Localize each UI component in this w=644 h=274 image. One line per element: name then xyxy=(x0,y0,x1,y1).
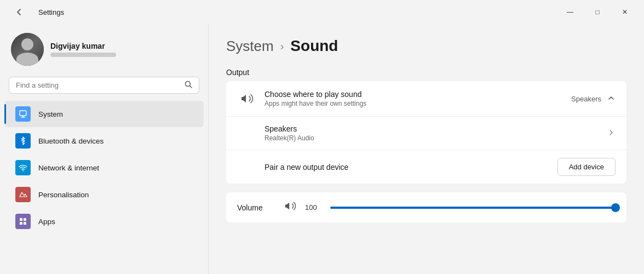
minimize-button[interactable]: — xyxy=(557,3,583,21)
chevron-up-icon xyxy=(607,94,616,104)
svg-rect-6 xyxy=(20,218,22,221)
avatar xyxy=(11,33,44,66)
svg-line-1 xyxy=(190,86,192,88)
window-controls: — □ ✕ xyxy=(557,3,637,21)
speakers-title: Speakers xyxy=(264,124,607,133)
volume-row: Volume 100 xyxy=(237,200,616,215)
sidebar-item-apps[interactable]: Apps xyxy=(4,208,204,235)
search-icon xyxy=(185,81,192,90)
svg-rect-9 xyxy=(24,222,26,225)
sidebar-item-personalisation[interactable]: Personalisation xyxy=(4,181,204,208)
content-area: System › Sound Output Choose where to pl… xyxy=(209,24,644,274)
system-icon xyxy=(15,106,31,122)
sidebar-item-network[interactable]: Network & internet xyxy=(4,155,204,181)
svg-rect-8 xyxy=(20,222,22,225)
pair-output-row: Pair a new output device Add device xyxy=(226,150,626,184)
network-label: Network & internet xyxy=(38,164,99,172)
speakers-subtitle: Realtek(R) Audio xyxy=(264,134,607,142)
choose-output-content: Choose where to play sound Apps might ha… xyxy=(264,90,571,107)
choose-output-subtitle: Apps might have their own settings xyxy=(264,100,571,107)
volume-value: 100 xyxy=(305,203,321,212)
speakers-right xyxy=(607,128,616,139)
volume-slider-fill xyxy=(330,207,616,209)
chevron-right-icon xyxy=(607,128,616,139)
personalisation-label: Personalisation xyxy=(38,191,89,199)
sidebar-nav: System Bluetooth & devices xyxy=(0,100,208,270)
pair-output-title: Pair a new output device xyxy=(264,163,557,172)
volume-card: Volume 100 xyxy=(226,192,626,222)
volume-slider[interactable] xyxy=(330,202,616,213)
system-label: System xyxy=(38,110,63,118)
personalisation-icon xyxy=(15,187,31,202)
breadcrumb: System › Sound xyxy=(226,37,626,55)
close-button[interactable]: ✕ xyxy=(612,3,637,21)
user-name: Digvijay kumar xyxy=(50,42,116,50)
speakers-content: Speakers Realtek(R) Audio xyxy=(264,124,607,142)
bluetooth-label: Bluetooth & devices xyxy=(38,137,104,145)
volume-icon xyxy=(284,200,296,215)
pair-output-right: Add device xyxy=(557,158,616,176)
apps-icon xyxy=(15,214,31,229)
main-layout: Digvijay kumar xyxy=(0,24,644,274)
speaker-icon xyxy=(237,89,257,109)
pair-output-content: Pair a new output device xyxy=(264,163,557,172)
sidebar-item-bluetooth[interactable]: Bluetooth & devices xyxy=(4,128,204,154)
user-section[interactable]: Digvijay kumar xyxy=(0,24,208,75)
search-box[interactable] xyxy=(9,77,199,94)
volume-slider-thumb[interactable] xyxy=(611,203,620,212)
back-button[interactable] xyxy=(7,3,32,21)
breadcrumb-separator: › xyxy=(280,40,284,53)
title-bar-left: Settings xyxy=(7,3,64,21)
search-container xyxy=(0,75,208,100)
add-device-button[interactable]: Add device xyxy=(557,158,616,176)
bluetooth-icon xyxy=(15,133,31,149)
breadcrumb-parent[interactable]: System xyxy=(226,38,274,55)
svg-point-5 xyxy=(22,170,24,172)
output-card: Choose where to play sound Apps might ha… xyxy=(226,81,626,184)
network-icon xyxy=(15,160,31,175)
svg-rect-2 xyxy=(20,111,26,116)
volume-label: Volume xyxy=(237,203,275,212)
breadcrumb-current: Sound xyxy=(290,37,338,55)
apps-label: Apps xyxy=(38,218,55,226)
output-section-heading: Output xyxy=(226,68,626,77)
user-info: Digvijay kumar xyxy=(50,42,116,57)
sidebar-item-system[interactable]: System xyxy=(4,101,204,127)
choose-output-right: Speakers xyxy=(571,94,616,104)
svg-rect-7 xyxy=(24,218,26,221)
speakers-label: Speakers xyxy=(571,95,601,103)
title-bar: Settings — □ ✕ xyxy=(0,0,644,24)
user-subtitle xyxy=(50,53,116,57)
app-title: Settings xyxy=(38,8,64,16)
choose-output-title: Choose where to play sound xyxy=(264,90,571,99)
speakers-row[interactable]: Speakers Realtek(R) Audio xyxy=(226,117,626,150)
maximize-button[interactable]: □ xyxy=(585,3,610,21)
search-input[interactable] xyxy=(16,81,180,89)
volume-slider-track xyxy=(330,207,616,209)
sidebar: Digvijay kumar xyxy=(0,24,208,274)
choose-output-row[interactable]: Choose where to play sound Apps might ha… xyxy=(226,81,626,117)
